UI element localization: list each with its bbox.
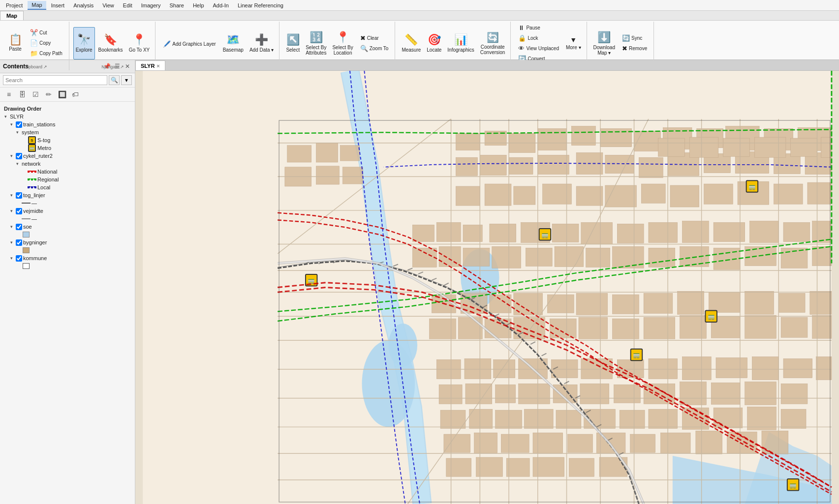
search-button[interactable]: 🔍 xyxy=(109,75,120,85)
layer-expand-soe[interactable]: ▾ xyxy=(8,223,15,230)
map-area[interactable]: SLYR × xyxy=(135,60,839,504)
menu-linear-referencing[interactable]: Linear Referencing xyxy=(234,1,287,9)
select-by-attributes-button[interactable]: 🔢 Select ByAttributes xyxy=(303,27,329,59)
locate-button[interactable]: 🎯 Locate xyxy=(424,27,444,59)
basemap-button[interactable]: 🗺️ Basemap xyxy=(220,27,246,59)
sync-button[interactable]: 🔄 Sync xyxy=(619,33,651,43)
clipboard-expand-icon[interactable]: ↗ xyxy=(43,64,47,69)
list-by-selection-button[interactable]: ☑ xyxy=(30,89,41,100)
layer-expand-network[interactable]: ▾ xyxy=(14,160,21,167)
select-button[interactable]: ↖️ Select xyxy=(283,27,302,59)
layer-item-soe[interactable]: ▾ soe xyxy=(0,223,135,231)
search-options-button[interactable]: ▾ xyxy=(121,75,132,85)
layer-check-tog[interactable] xyxy=(16,192,22,199)
zoom-to-button[interactable]: 🔍 Zoom To xyxy=(357,43,392,53)
layer-item-train-stations[interactable]: ▾ train_stations xyxy=(0,120,135,128)
list-by-editing-button[interactable]: ✏ xyxy=(43,89,55,100)
layer-item-tog-linjer[interactable]: ▾ tog_linjer xyxy=(0,191,135,199)
menu-help[interactable]: Help xyxy=(189,1,208,9)
download-map-button[interactable]: ⬇️ DownloadMap ▾ xyxy=(591,27,618,59)
layer-item-system[interactable]: ▾ system xyxy=(0,128,135,136)
layer-item-national[interactable]: National xyxy=(0,168,135,176)
layer-item-kommune[interactable]: ▾ kommune xyxy=(0,254,135,262)
menu-map[interactable]: Map xyxy=(28,1,46,10)
add-graphics-layer-button[interactable]: 🖊️ Add Graphics Layer xyxy=(159,39,219,49)
layer-item-metro[interactable]: 🚃 Metro xyxy=(0,144,135,152)
layer-expand-cykel[interactable]: ▾ xyxy=(8,152,15,159)
layer-expand-vej[interactable]: ▾ xyxy=(8,208,15,214)
view-unplaced-button[interactable]: 👁 View Unplaced xyxy=(515,43,562,53)
copy-path-button[interactable]: 📁 Copy Path xyxy=(27,49,66,59)
layer-item-byg-sym[interactable] xyxy=(0,246,135,254)
list-by-drawing-order-button[interactable]: ≡ xyxy=(3,89,15,100)
ribbon-tab-map[interactable]: Map xyxy=(0,11,24,20)
map-tab-slyr[interactable]: SLYR × xyxy=(135,60,165,70)
menu-view[interactable]: View xyxy=(98,1,118,9)
regional-symbol xyxy=(28,176,36,183)
infographics-button[interactable]: 📊 Infographics xyxy=(445,27,476,59)
layer-check-soe[interactable] xyxy=(16,224,22,230)
main-area: Contents 📌 ☰ ✕ 🔍 ▾ ≡ 🗄 ☑ ✏ 🔲 🏷 Drawing O… xyxy=(0,60,839,504)
layer-check-kom[interactable] xyxy=(16,255,22,262)
layer-expand-train-stations[interactable]: ▾ xyxy=(8,121,15,128)
layer-check-byg[interactable] xyxy=(16,239,22,246)
layer-item-vej-sym[interactable]: — xyxy=(0,215,135,223)
layer-check-vej[interactable] xyxy=(16,208,22,214)
menu-share[interactable]: Share xyxy=(166,1,188,9)
coordinate-conversion-button[interactable]: 🔄 CoordinateConversion xyxy=(478,27,508,59)
menu-imagery[interactable]: Imagery xyxy=(137,1,165,9)
layer-item-bygninger[interactable]: ▾ bygninger xyxy=(0,238,135,246)
more-button[interactable]: ▼ More ▾ xyxy=(563,27,584,59)
add-data-button[interactable]: ➕ Add Data ▾ xyxy=(247,27,276,59)
select-by-location-button[interactable]: 📍 Select ByLocation xyxy=(330,27,355,59)
goto-xy-button[interactable]: 📍 Go To XY xyxy=(126,27,153,59)
navigate-expand-icon[interactable]: ↗ xyxy=(120,64,124,69)
layer-item-regional[interactable]: Regional xyxy=(0,176,135,183)
cut-button[interactable]: ✂️ Cut xyxy=(27,28,66,38)
map-canvas[interactable]: 🚃 🚃 🚃 🚃 xyxy=(135,71,839,504)
list-by-source-button[interactable]: 🗄 xyxy=(16,89,28,100)
layer-item-cykel[interactable]: ▾ cykel_ruter2 xyxy=(0,152,135,160)
clear-selection-button[interactable]: ✖ Clear xyxy=(357,33,392,43)
lock-button[interactable]: 🔒 Lock xyxy=(515,33,562,43)
layer-item-kom-sym[interactable] xyxy=(0,262,135,270)
svg-rect-4 xyxy=(456,133,480,150)
remove-button[interactable]: ✖ Remove xyxy=(619,43,651,53)
svg-rect-65 xyxy=(555,246,584,267)
layer-expand-kom[interactable]: ▾ xyxy=(8,255,15,262)
list-by-labeling-button[interactable]: 🏷 xyxy=(69,89,81,100)
layer-item-soe-sym[interactable] xyxy=(0,231,135,238)
layer-item-network[interactable]: ▾ network xyxy=(0,160,135,168)
layer-expand-system[interactable]: ▾ xyxy=(14,129,21,136)
menu-insert[interactable]: Insert xyxy=(47,1,69,9)
svg-rect-29 xyxy=(485,184,511,206)
search-input[interactable] xyxy=(3,75,107,85)
svg-rect-112 xyxy=(816,356,832,380)
layer-expand-byg[interactable]: ▾ xyxy=(8,239,15,246)
svg-rect-137 xyxy=(444,434,470,452)
layer-check-train-stations[interactable] xyxy=(16,121,22,128)
layer-item-tog-sym[interactable]: — xyxy=(0,199,135,207)
menu-addin[interactable]: Add-In xyxy=(209,1,233,9)
layer-item-stog[interactable]: S S-tog xyxy=(0,136,135,144)
bookmarks-button[interactable]: 🔖 Bookmarks xyxy=(96,27,125,59)
layer-item-local[interactable]: Local xyxy=(0,183,135,191)
explore-button[interactable]: 🔭 Explore xyxy=(73,27,95,59)
list-by-snapping-button[interactable]: 🔲 xyxy=(56,89,68,100)
menu-edit[interactable]: Edit xyxy=(119,1,136,9)
menu-analysis[interactable]: Analysis xyxy=(69,1,97,9)
paste-button[interactable]: 📋 Paste xyxy=(5,27,26,59)
map-tab-close-button[interactable]: × xyxy=(156,63,159,69)
layer-expand-slyr[interactable]: ▾ xyxy=(2,113,9,120)
layer-expand-tog[interactable]: ▾ xyxy=(8,192,15,199)
svg-rect-152 xyxy=(569,458,594,476)
svg-rect-48 xyxy=(463,225,482,241)
pause-button[interactable]: ⏸ Pause xyxy=(515,23,562,32)
menu-project[interactable]: Project xyxy=(2,1,27,9)
copy-button[interactable]: 📄 Copy xyxy=(27,38,66,48)
measure-button[interactable]: 📏 Measure xyxy=(399,27,423,59)
layer-check-cykel[interactable] xyxy=(16,153,22,159)
layer-item-slyr[interactable]: ▾ SLYR xyxy=(0,113,135,120)
layer-item-vejmidte[interactable]: ▾ vejmidte xyxy=(0,207,135,215)
svg-rect-47 xyxy=(436,222,461,241)
